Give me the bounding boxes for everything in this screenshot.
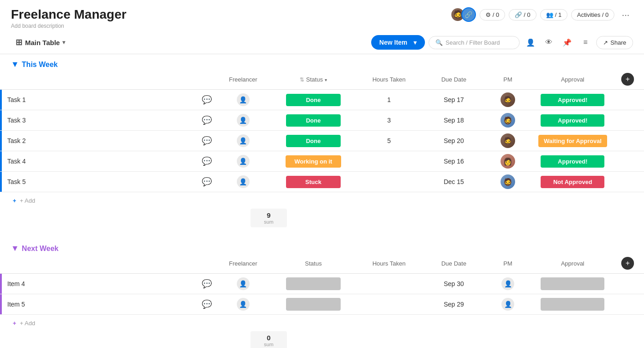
pm-avatar[interactable]: 🧔 xyxy=(501,113,515,128)
freelancer-avatar[interactable]: 👤 xyxy=(237,114,250,127)
more-options-button[interactable]: ··· xyxy=(618,8,633,22)
status-badge-working[interactable]: Working on it xyxy=(286,155,342,168)
group-this-week-title: This Week xyxy=(22,61,58,69)
row-extra-cell xyxy=(616,151,644,172)
hours-cell xyxy=(357,294,421,315)
freelancer-avatar[interactable]: 👤 xyxy=(237,93,250,106)
approval-badge-approved[interactable]: Approved! xyxy=(541,114,604,127)
freelancer-avatar[interactable]: 👤 xyxy=(237,277,250,290)
share-button[interactable]: ↗ Share xyxy=(596,36,633,49)
integrations-pill[interactable]: 🔗 / 0 xyxy=(509,9,536,20)
pm-avatar[interactable]: 👤 xyxy=(501,298,514,311)
due-date-value[interactable]: Dec 15 xyxy=(421,172,486,192)
freelancer-cell: 👤 xyxy=(216,294,270,315)
hours-value[interactable]: 3 xyxy=(357,110,421,130)
group-this-week-toggle[interactable]: ▼ xyxy=(11,60,19,69)
task-cell: Item 4 💬 xyxy=(0,274,216,294)
next-col-header-pm: PM xyxy=(486,253,530,274)
status-badge-done[interactable]: Done xyxy=(286,135,341,147)
status-badge-stuck[interactable]: Stuck xyxy=(286,176,341,188)
hours-value[interactable] xyxy=(357,274,421,294)
approval-badge-empty[interactable] xyxy=(541,277,604,290)
status-cell xyxy=(270,294,357,315)
avatar-group[interactable]: 🧔 🔗 xyxy=(450,7,476,22)
add-column-button[interactable]: + xyxy=(621,73,634,86)
this-week-add-row[interactable]: + + Add xyxy=(0,192,644,209)
due-date-value[interactable]: Sep 18 xyxy=(421,110,486,130)
comment-button[interactable]: 💬 xyxy=(198,115,216,125)
status-badge-empty[interactable] xyxy=(286,298,341,311)
status-badge-done[interactable]: Done xyxy=(286,114,341,127)
main-content: ▼ This Week Freelancer ⇅ Status ▾ Hours … xyxy=(0,54,644,348)
task-name[interactable]: Task 3 xyxy=(2,117,198,124)
row-extra-cell xyxy=(616,131,644,151)
pm-avatar[interactable]: 👩 xyxy=(501,154,515,169)
task-name[interactable]: Task 1 xyxy=(2,96,198,103)
comment-button[interactable]: 💬 xyxy=(198,299,216,309)
next-week-add-row[interactable]: + + Add xyxy=(0,315,644,331)
members-icon: 👥 xyxy=(546,11,553,18)
due-date-value[interactable]: Sep 29 xyxy=(421,294,486,314)
approval-badge-empty[interactable] xyxy=(541,298,604,311)
hours-value[interactable]: 5 xyxy=(357,131,421,151)
person-filter-button[interactable]: 👤 xyxy=(523,35,538,50)
pin-button[interactable]: 📌 xyxy=(560,35,574,50)
task-name[interactable]: Item 4 xyxy=(2,280,198,287)
freelancer-avatar[interactable]: 👤 xyxy=(237,155,250,168)
due-date-value[interactable]: Sep 20 xyxy=(421,131,486,151)
hours-value[interactable] xyxy=(357,172,421,192)
hours-value[interactable] xyxy=(357,294,421,314)
group-this-week: ▼ This Week Freelancer ⇅ Status ▾ Hours … xyxy=(0,54,644,227)
comment-button[interactable]: 💬 xyxy=(198,95,216,105)
search-filter-box[interactable]: 🔍 Search / Filter Board xyxy=(429,36,520,49)
comment-button[interactable]: 💬 xyxy=(198,136,216,146)
task-name[interactable]: Task 4 xyxy=(2,158,198,165)
freelancer-avatar[interactable]: 👤 xyxy=(237,298,250,311)
activities-pill[interactable]: Activities / 0 xyxy=(571,9,614,20)
table-row: Task 1 💬 👤 Done 1 Sep 17 🧔 Ap xyxy=(0,90,644,110)
board-description[interactable]: Add board description xyxy=(11,23,127,29)
pm-avatar[interactable]: 👤 xyxy=(501,277,514,290)
freelancer-avatar[interactable]: 👤 xyxy=(237,134,250,147)
pm-avatar[interactable]: 🧔 xyxy=(501,133,515,148)
due-date-value[interactable]: Sep 16 xyxy=(421,151,486,171)
new-item-label: New Item xyxy=(379,39,407,46)
eye-button[interactable]: 👁 xyxy=(542,35,556,50)
next-add-column-button[interactable]: + xyxy=(621,257,634,270)
avatar-user-2[interactable]: 🔗 xyxy=(461,7,476,22)
approval-cell xyxy=(529,274,616,294)
status-cell: Done xyxy=(270,131,357,151)
new-item-button[interactable]: New Item ▾ xyxy=(371,35,425,50)
hours-value[interactable]: 1 xyxy=(357,90,421,110)
task-name[interactable]: Task 5 xyxy=(2,178,198,185)
task-name[interactable]: Item 5 xyxy=(2,301,198,308)
approval-badge-not[interactable]: Not Approved xyxy=(541,176,604,188)
task-name[interactable]: Task 2 xyxy=(2,137,198,144)
hours-value[interactable] xyxy=(357,151,421,171)
main-table-button[interactable]: ⊞ Main Table ▾ xyxy=(11,35,70,50)
freelancer-avatar[interactable]: 👤 xyxy=(237,175,250,188)
group-next-week-toggle[interactable]: ▼ xyxy=(11,244,19,253)
status-badge-empty[interactable] xyxy=(286,277,341,290)
comment-button[interactable]: 💬 xyxy=(198,156,216,166)
pm-cell: 👤 xyxy=(486,294,530,315)
filter-button[interactable]: ≡ xyxy=(578,35,593,50)
due-date-value[interactable]: Sep 17 xyxy=(421,90,486,110)
comment-button[interactable]: 💬 xyxy=(198,177,216,187)
hours-cell: 3 xyxy=(357,110,421,131)
share-icon: ↗ xyxy=(603,39,608,46)
status-badge-done[interactable]: Done xyxy=(286,94,341,106)
comment-button[interactable]: 💬 xyxy=(198,279,216,289)
due-date-value[interactable]: Sep 30 xyxy=(421,274,486,294)
search-icon: 🔍 xyxy=(435,39,443,46)
approval-badge-approved[interactable]: Approved! xyxy=(541,94,604,106)
approval-badge-approved[interactable]: Approved! xyxy=(541,155,604,168)
approval-badge-waiting[interactable]: Waiting for Approval xyxy=(538,135,607,147)
row-extra-cell xyxy=(616,294,644,315)
members-pill[interactable]: 👥 / 1 xyxy=(540,9,567,20)
pm-avatar[interactable]: 🧔 xyxy=(501,174,515,189)
members-label: / 1 xyxy=(555,11,562,18)
integrations-label: / 0 xyxy=(524,11,530,18)
automation-pill[interactable]: ⚙ / 0 xyxy=(480,9,505,20)
pm-avatar[interactable]: 🧔 xyxy=(501,92,515,107)
